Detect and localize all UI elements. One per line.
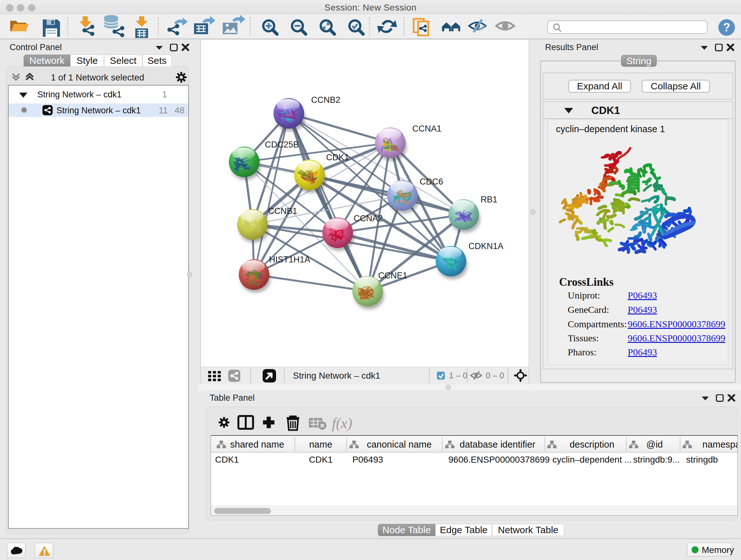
svg-text:String Network – cdk1: String Network – cdk1 (293, 371, 381, 381)
svg-text:shared name: shared name (230, 439, 284, 449)
svg-text:0 – 0: 0 – 0 (486, 371, 504, 380)
svg-text:f(x): f(x) (332, 415, 352, 431)
svg-text:description: description (569, 439, 614, 449)
svg-text:canonical name: canonical name (367, 439, 431, 449)
svg-text:CCNA1: CCNA1 (412, 124, 442, 133)
svg-text:CCNB1: CCNB1 (268, 206, 297, 216)
svg-text:HIST1H1A: HIST1H1A (269, 255, 310, 264)
svg-text:RB1: RB1 (481, 195, 497, 204)
svg-text:CCNA2: CCNA2 (354, 213, 383, 223)
svg-text:database identifier: database identifier (460, 439, 536, 449)
svg-text:CDC25B: CDC25B (265, 140, 299, 149)
svg-text:CCNE1: CCNE1 (378, 271, 408, 280)
svg-text:CCNB2: CCNB2 (311, 95, 340, 105)
svg-text:namespac: namespac (702, 439, 738, 449)
svg-text:1 – 0: 1 – 0 (449, 371, 468, 380)
svg-text:CDC6: CDC6 (420, 177, 443, 186)
svg-text:?: ? (723, 21, 730, 34)
svg-text:CDKN1A: CDKN1A (468, 241, 503, 251)
svg-text:@id: @id (646, 439, 663, 449)
svg-text:CDK1: CDK1 (326, 152, 349, 162)
svg-text:name: name (309, 439, 333, 449)
